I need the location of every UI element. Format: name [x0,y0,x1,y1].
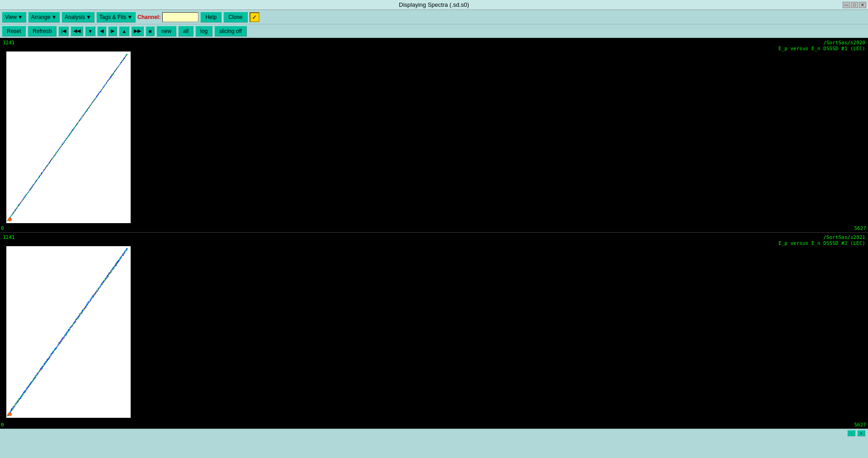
bottom-strip: - x [0,429,868,437]
title-bar: Displaying Spectra (.sd.s0) — □ ✕ [0,0,868,10]
maximize-button[interactable]: □ [851,2,858,8]
spectrum1-y-label: 1241 [3,40,15,46]
toolbar-row2: Reset Refresh |◀ ◀◀ ▼ ◀ ▶ ▲ ▶▶ ■ new all… [0,24,868,38]
nav-first-button[interactable]: |◀ [58,26,69,36]
spectrum2-title: /SortSas/s2021 E_p versus E_n DSSSD #2 (… [778,234,865,246]
spectrum2-x-start: 0 [1,422,4,428]
nav-prev-fast-button[interactable]: ◀◀ [71,26,83,36]
title-bar-controls: — □ ✕ [843,2,866,8]
channel-label: Channel: [137,14,160,20]
spectrum2-y-label: 1241 [3,234,15,240]
spectrum1-title: /SortSas/s2020 E_p versus E_n DSSSD #1 (… [778,40,865,51]
spectrum1-canvas[interactable] [6,51,131,223]
nav-next-button[interactable]: ▶ [108,26,117,36]
toolbar-row1: View ▼ Arrange ▼ Analysis ▼ Tags & Fits … [0,10,868,24]
spectrum2-x-end: 5627 [854,422,867,428]
spectrum2-panel: 1241 /SortSas/s2021 E_p versus E_n DSSSD… [0,233,868,429]
all-button[interactable]: all [178,26,193,37]
spectrum2-canvas[interactable] [6,246,131,418]
refresh-button[interactable]: Refresh [28,26,57,37]
analysis-menu[interactable]: Analysis ▼ [61,12,94,23]
spectrum1-x-end: 5627 [854,225,867,231]
bottom-btn1[interactable]: - [847,430,855,436]
clone-button[interactable]: Clone [223,12,247,23]
nav-down-button[interactable]: ▼ [85,26,95,36]
nav-up-button[interactable]: ▲ [119,26,129,36]
new-button[interactable]: new [156,26,176,37]
close-button[interactable]: ✕ [859,2,866,8]
reset-button[interactable]: Reset [2,26,26,37]
checkbox[interactable]: ✓ [250,12,259,22]
spectrum1-x-start: 0 [1,225,4,231]
arrange-menu[interactable]: Arrange ▼ [28,12,60,23]
nav-next-fast-button[interactable]: ▶▶ [131,26,144,36]
nav-prev-button[interactable]: ◀ [97,26,106,36]
minimize-button[interactable]: — [843,2,850,8]
slicing-button[interactable]: slicing off [214,26,247,37]
spectrum1-panel: 1241 /SortSas/s2020 E_p versus E_n DSSSD… [0,38,868,232]
tags-fits-menu[interactable]: Tags & Fits ▼ [96,12,136,23]
log-button[interactable]: log [195,26,212,37]
channel-input[interactable] [162,12,198,22]
help-button[interactable]: Help [200,12,222,23]
view-menu[interactable]: View ▼ [2,12,26,23]
nav-stop-button[interactable]: ■ [146,26,155,36]
window-title: Displaying Spectra (.sd.s0) [399,1,469,8]
bottom-btn2[interactable]: x [857,430,865,436]
